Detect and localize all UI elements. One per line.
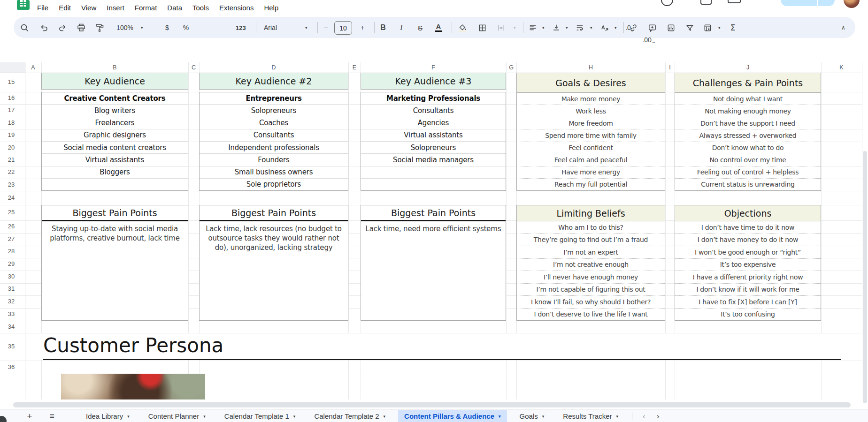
menu-extensions[interactable]: Extensions <box>214 0 259 15</box>
persona-photo[interactable] <box>61 374 205 399</box>
cell[interactable]: Work less <box>517 105 665 117</box>
functions-button[interactable]: Σ <box>729 22 737 34</box>
row-header[interactable]: 31 <box>0 285 23 293</box>
cell[interactable]: I don’t have money to do it now <box>675 234 821 246</box>
cell[interactable] <box>361 166 506 178</box>
row-header[interactable]: 32 <box>0 298 23 305</box>
column-header-k[interactable]: K <box>821 62 862 73</box>
font-size-input[interactable]: 10 <box>334 21 352 35</box>
cell[interactable]: Have more energy <box>517 166 665 178</box>
pain-points-2-text[interactable]: Lack time, lack resources (no budget to … <box>200 221 348 253</box>
column-header-i[interactable]: I <box>665 62 675 73</box>
cell[interactable]: I’m not creative enough <box>517 258 665 271</box>
cell[interactable]: I’ll never have enough money <box>517 271 665 283</box>
cell[interactable]: Solopreneurs <box>200 104 348 116</box>
cell[interactable]: Social media managers <box>361 153 506 166</box>
all-sheets-menu-button[interactable]: ≡ <box>46 412 58 421</box>
create-filter-icon[interactable] <box>685 22 694 34</box>
comments-icon[interactable] <box>700 0 712 5</box>
tab-caret-icon[interactable]: ▾ <box>499 414 501 419</box>
menu-edit[interactable]: Edit <box>54 0 76 15</box>
tab-caret-icon[interactable]: ▾ <box>542 414 545 419</box>
cell[interactable]: Feel calm and peaceful <box>517 154 665 166</box>
pain-points-1-header[interactable]: Biggest Pain Points <box>42 205 188 221</box>
row-header[interactable]: 33 <box>0 310 23 318</box>
cell[interactable]: Creative Content Creators <box>42 92 188 104</box>
strikethrough-button[interactable]: S <box>416 22 424 34</box>
hide-toolbar-icon[interactable]: ∧ <box>841 22 845 34</box>
tab-caret-icon[interactable]: ▾ <box>127 414 130 419</box>
cell[interactable]: I don’t know if it will work for me <box>675 283 821 296</box>
key-audience-2-header[interactable]: Key Audience #2 <box>199 73 348 90</box>
horizontal-align-icon[interactable] <box>529 22 537 34</box>
text-color-button[interactable]: A <box>434 22 443 34</box>
insert-chart-icon[interactable] <box>667 22 676 34</box>
column-header-d[interactable]: D <box>199 62 348 73</box>
menu-insert[interactable]: Insert <box>101 0 130 15</box>
more-formats-button[interactable]: 123 <box>236 22 246 34</box>
cell[interactable]: I don’t have time to do it now <box>675 221 821 234</box>
cell[interactable]: Don’t know what to do <box>675 142 821 154</box>
italic-button[interactable]: I <box>398 22 405 34</box>
tab-content-pillars-audience[interactable]: Content Pillars & Audience▾ <box>398 410 507 422</box>
format-percent-button[interactable]: % <box>181 22 191 34</box>
cell[interactable]: Feel confident <box>517 142 665 154</box>
cell[interactable]: I know I’ll fail, so why should I bother… <box>517 295 665 308</box>
column-header-h[interactable]: H <box>516 62 665 73</box>
menu-help[interactable]: Help <box>259 0 284 15</box>
row-header[interactable]: 29 <box>0 260 23 268</box>
cell[interactable]: I’m not an expert <box>517 246 665 258</box>
menu-format[interactable]: Format <box>130 0 162 15</box>
font-select[interactable]: Arial <box>264 22 292 34</box>
cell[interactable]: It’s too confusing <box>675 308 821 321</box>
tab-content-planner[interactable]: Content Planner▾ <box>142 410 212 422</box>
cell[interactable]: Reach my full potential <box>517 178 665 190</box>
cell[interactable]: I don’t deserve to live the life I want <box>517 308 665 321</box>
tab-caret-icon[interactable]: ▾ <box>203 414 206 419</box>
cell[interactable]: Graphic designers <box>42 129 188 141</box>
row-header[interactable]: 30 <box>0 273 23 280</box>
text-rotation-icon[interactable] <box>600 22 609 34</box>
cell[interactable]: I have to fix [X] before I can [Y] <box>675 295 821 308</box>
paint-format-icon[interactable] <box>95 22 104 34</box>
add-sheet-button[interactable]: + <box>23 411 36 422</box>
pain-points-3-header[interactable]: Biggest Pain Points <box>361 205 506 221</box>
menu-data[interactable]: Data <box>162 0 187 15</box>
table-tools-icon[interactable] <box>703 22 712 34</box>
cell[interactable]: Freelancers <box>42 117 188 129</box>
vertical-align-icon[interactable] <box>552 22 561 34</box>
column-header-f[interactable]: F <box>361 62 506 73</box>
cell[interactable]: I won’t be good enough or “right” <box>675 246 821 258</box>
cell[interactable]: Coaches <box>200 117 348 129</box>
cell[interactable]: More freedom <box>517 117 665 129</box>
increase-font-size-button[interactable]: + <box>359 22 366 34</box>
cell[interactable]: Marketing Professionals <box>361 92 506 104</box>
bold-button[interactable]: B <box>378 22 388 34</box>
challenges-header[interactable]: Challenges & Pain Points <box>675 73 821 93</box>
format-currency-button[interactable]: $ <box>162 22 172 34</box>
decrease-font-size-button[interactable]: − <box>322 22 330 34</box>
menu-view[interactable]: View <box>76 0 101 15</box>
cell[interactable]: Blog writers <box>42 104 188 116</box>
cell[interactable]: They’re going to find out I’m a fraud <box>517 234 665 246</box>
row-header[interactable]: 20 <box>0 144 23 151</box>
cell[interactable]: Virtual assistants <box>361 129 506 141</box>
tab-idea-library[interactable]: Idea Library▾ <box>80 410 136 422</box>
tab-calendar-template-2[interactable]: Calendar Template 2▾ <box>308 410 392 422</box>
vertical-scrollbar[interactable] <box>863 151 867 403</box>
cell[interactable]: Always stressed + overworked <box>675 129 821 141</box>
row-header[interactable]: 35 <box>0 343 23 350</box>
cell[interactable]: Agencies <box>361 117 506 129</box>
row-header[interactable]: 19 <box>0 131 23 139</box>
column-header-e[interactable]: E <box>348 62 361 73</box>
tab-caret-icon[interactable]: ▾ <box>293 414 296 419</box>
tab-goals[interactable]: Goals▾ <box>514 410 551 422</box>
menu-file[interactable]: File <box>32 0 54 15</box>
cell[interactable]: Spend more time with family <box>517 129 665 141</box>
section-heading[interactable]: Customer Persona <box>43 334 223 357</box>
print-icon[interactable] <box>77 22 86 34</box>
cell[interactable] <box>42 178 188 190</box>
cell[interactable]: Not making enough money <box>675 105 821 117</box>
cell[interactable]: Social media content creators <box>42 141 188 153</box>
cell[interactable]: Feeling out of control + helpless <box>675 166 821 178</box>
